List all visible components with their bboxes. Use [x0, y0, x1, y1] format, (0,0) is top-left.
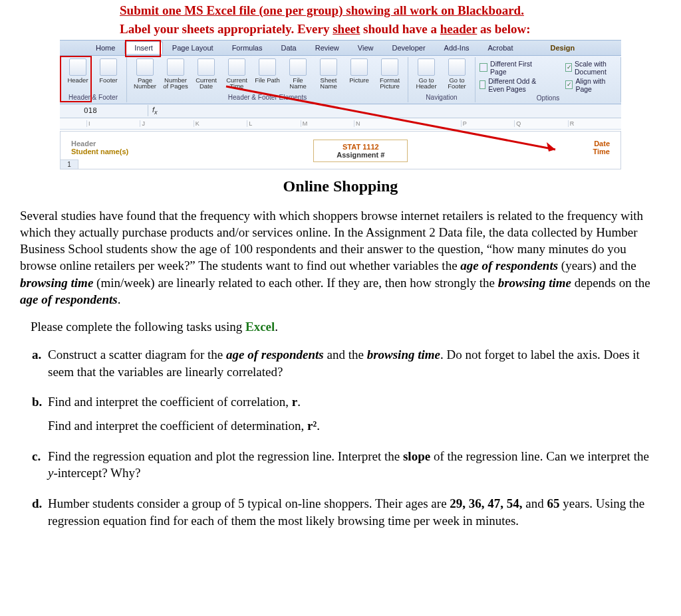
tab-view[interactable]: View [348, 42, 383, 54]
task-d: d. Humber students consider a group of 5… [32, 495, 661, 529]
tab-page-layout[interactable]: Page Layout [163, 42, 223, 54]
btn-current-date[interactable]: Current Date [192, 58, 220, 90]
header-center-bot: Assignment # [337, 151, 384, 159]
btn-file-name[interactable]: File Name [284, 58, 312, 90]
chk-odd-even[interactable] [479, 80, 485, 89]
chk-scale[interactable] [565, 63, 572, 72]
pages-icon [167, 58, 184, 76]
picture-icon [350, 58, 368, 76]
column-ruler: IJKLMNPQR [60, 118, 621, 130]
goto-footer-icon [448, 58, 466, 76]
calendar-icon [198, 58, 215, 76]
tab-data[interactable]: Data [271, 42, 305, 54]
goto-header-icon [418, 58, 435, 76]
fx-icon[interactable]: fx [148, 106, 162, 116]
btn-goto-header[interactable]: Go to Header [412, 58, 440, 90]
opt-odd-even: Different Odd & Even Pages [488, 77, 545, 93]
name-box[interactable]: O18 [80, 105, 148, 116]
tab-developer[interactable]: Developer [382, 42, 434, 54]
task-a: a. Construct a scatter diagram for the a… [32, 346, 661, 380]
btn-goto-footer[interactable]: Go to Footer [443, 58, 471, 90]
group-elements: Page Number Number of Pages Current Date… [127, 57, 408, 102]
group-label-opts: Options [479, 94, 616, 102]
header-right[interactable]: Date Time [593, 140, 610, 155]
hash-icon [136, 58, 154, 76]
tab-addins[interactable]: Add-Ins [435, 42, 479, 54]
header-right-bot: Time [593, 148, 610, 155]
tab-acrobat[interactable]: Acrobat [479, 42, 523, 54]
chk-align[interactable] [565, 80, 573, 89]
sheet-icon [320, 58, 337, 76]
tab-review[interactable]: Review [306, 42, 348, 54]
instruction-line-1: Submit one MS Excel file (one per group)… [120, 3, 681, 19]
formula-bar: O18 fx [60, 104, 621, 118]
task-b: b. Find and interpret the coefficient of… [32, 393, 661, 434]
btn-num-pages[interactable]: Number of Pages [162, 58, 190, 90]
header-label: Header [71, 140, 128, 148]
opt-align: Align with Page [575, 77, 616, 93]
document-body: Online Shopping Several studies have fou… [0, 169, 681, 550]
please-line: Please complete the following tasks usin… [31, 320, 661, 334]
instruction-line-2: Label your sheets appropriately. Every s… [120, 21, 681, 37]
doc-title: Online Shopping [20, 177, 661, 195]
ribbon-body: Header Footer Header & Footer Page Numbe… [60, 56, 621, 104]
clock-icon [228, 58, 245, 76]
filepath-icon [259, 58, 276, 76]
btn-format-picture[interactable]: Format Picture [376, 58, 404, 90]
annotation-box-header-btn [60, 56, 92, 102]
btn-file-path[interactable]: File Path [253, 58, 281, 90]
tab-home[interactable]: Home [86, 42, 124, 54]
header-left[interactable]: Header Student name(s) [71, 140, 128, 155]
header-center[interactable]: STAT 1112 Assignment # [313, 140, 408, 162]
header-right-top: Date [593, 140, 610, 148]
group-label-elem: Header & Footer Elements [131, 94, 404, 101]
opt-scale: Scale with Document [575, 60, 616, 76]
btn-sheet-name[interactable]: Sheet Name [315, 58, 342, 90]
btn-page-number[interactable]: Page Number [131, 58, 159, 90]
chk-first-page[interactable] [479, 63, 487, 72]
filename-icon [289, 58, 307, 76]
tab-formulas[interactable]: Formulas [223, 42, 272, 54]
row-number-1[interactable]: 1 [60, 159, 78, 169]
worksheet-header-area[interactable]: Header Student name(s) STAT 1112 Assignm… [60, 131, 621, 169]
excel-screenshot: Home Insert Page Layout Formulas Data Re… [60, 40, 621, 169]
task-c: c. Find the regression equation and plot… [32, 448, 661, 482]
tab-design[interactable]: Design [541, 42, 584, 54]
opt-first-page: Different First Page [490, 60, 545, 76]
group-navigation: Go to Header Go to Footer Navigation [408, 57, 476, 102]
group-label-nav: Navigation [412, 94, 471, 101]
header-center-top: STAT 1112 [337, 143, 384, 151]
footer-icon [100, 58, 117, 76]
btn-picture[interactable]: Picture [345, 58, 373, 90]
group-options: Different First Page Different Odd & Eve… [476, 57, 621, 102]
header-left-text: Student name(s) [71, 148, 128, 155]
intro-paragraph: Several studies have found that the freq… [20, 207, 661, 308]
btn-current-time[interactable]: Current Time [223, 58, 251, 90]
btn-footer[interactable]: Footer [94, 58, 122, 84]
format-picture-icon [381, 58, 398, 76]
annotation-box-insert-tab [125, 40, 161, 57]
